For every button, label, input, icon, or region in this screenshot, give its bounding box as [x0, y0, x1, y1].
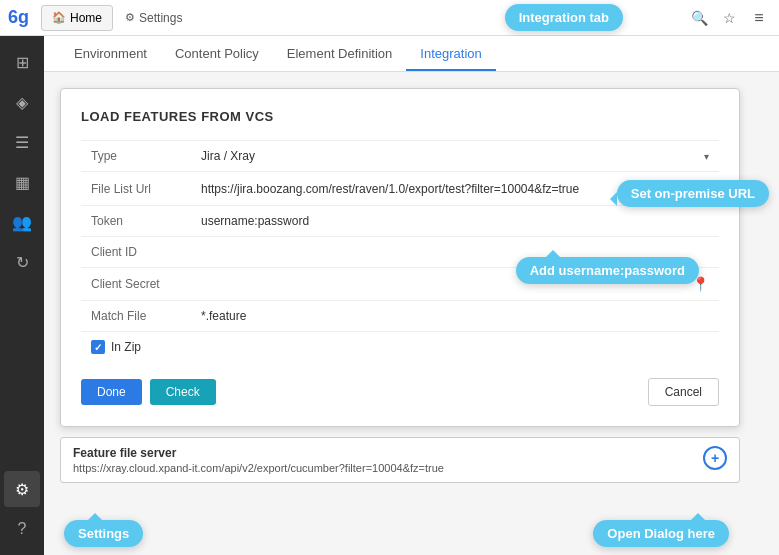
file-list-url-cell: https://jira.boozang.com/rest/raven/1.0/…	[191, 172, 719, 206]
file-list-url-row: File List Url https://jira.boozang.com/r…	[81, 172, 719, 206]
file-list-url-value[interactable]: https://jira.boozang.com/rest/raven/1.0/…	[201, 182, 579, 196]
feature-server-content: Feature file server https://xray.cloud.x…	[73, 446, 703, 474]
tab-integration[interactable]: Integration	[406, 38, 495, 71]
in-zip-row: In Zip	[81, 332, 719, 362]
home-tab[interactable]: 🏠 Home	[41, 5, 113, 31]
file-list-url-label: File List Url	[81, 172, 191, 206]
content-area: LOAD FEATURES FROM VCS Type Jira / Xray …	[44, 72, 779, 555]
tooltip-arrow-dialog	[691, 506, 705, 520]
copy-icon[interactable]: ⧉	[699, 180, 709, 197]
sidebar-item-list[interactable]: ☰	[4, 124, 40, 160]
feature-server-add-button[interactable]: +	[703, 446, 727, 470]
url-row: https://jira.boozang.com/rest/raven/1.0/…	[201, 180, 709, 197]
type-select[interactable]: Jira / Xray ▾	[201, 149, 709, 163]
sidebar-item-grid[interactable]: ⊞	[4, 44, 40, 80]
top-icons: 🔍 ☆ ≡	[687, 6, 771, 30]
home-icon: 🏠	[52, 11, 66, 24]
check-button[interactable]: Check	[150, 379, 216, 405]
match-file-row: Match File *.feature	[81, 301, 719, 332]
vcs-dialog: LOAD FEATURES FROM VCS Type Jira / Xray …	[60, 88, 740, 427]
done-button[interactable]: Done	[81, 379, 142, 405]
sidebar-item-refresh[interactable]: ↻	[4, 244, 40, 280]
match-file-value-cell[interactable]: *.feature	[191, 301, 719, 332]
feature-server-url: https://xray.cloud.xpand-it.com/api/v2/e…	[73, 462, 703, 474]
client-id-value-cell[interactable]	[191, 237, 719, 268]
form-table: Type Jira / Xray ▾ File List Url https:/…	[81, 140, 719, 332]
home-tab-label: Home	[70, 11, 102, 25]
tab-element-definition[interactable]: Element Definition	[273, 38, 407, 71]
type-select-text: Jira / Xray	[201, 149, 255, 163]
top-bar: 6g 🏠 Home ⚙ Settings Integration tab 🔍 ☆…	[0, 0, 779, 36]
breadcrumb-text: Settings	[139, 11, 182, 25]
client-secret-row-inner: 📍	[201, 276, 709, 292]
integration-tab-tooltip: Integration tab	[505, 4, 623, 31]
client-id-row: Client ID	[81, 237, 719, 268]
dialog-title: LOAD FEATURES FROM VCS	[81, 109, 719, 124]
token-row: Token username:password	[81, 206, 719, 237]
match-file-label: Match File	[81, 301, 191, 332]
in-zip-checkbox[interactable]	[91, 340, 105, 354]
star-button[interactable]: ☆	[717, 6, 741, 30]
client-id-label: Client ID	[81, 237, 191, 268]
pin-icon[interactable]: 📍	[692, 276, 709, 292]
integration-tooltip-container: Integration tab	[505, 4, 623, 31]
sidebar: ⊞ ◈ ☰ ▦ 👥 ↻ ⚙ ?	[0, 36, 44, 555]
token-label: Token	[81, 206, 191, 237]
token-value: username:password	[201, 214, 309, 228]
sidebar-item-users[interactable]: 👥	[4, 204, 40, 240]
in-zip-label: In Zip	[111, 340, 141, 354]
sub-nav: Environment Content Policy Element Defin…	[44, 36, 779, 72]
sidebar-item-help[interactable]: ?	[4, 511, 40, 547]
cancel-button[interactable]: Cancel	[648, 378, 719, 406]
type-value-cell[interactable]: Jira / Xray ▾	[191, 141, 719, 172]
token-value-cell[interactable]: username:password	[191, 206, 719, 237]
type-row: Type Jira / Xray ▾	[81, 141, 719, 172]
sidebar-item-table[interactable]: ▦	[4, 164, 40, 200]
tooltip-arrow-settings	[88, 506, 102, 520]
breadcrumb: ⚙ Settings	[117, 11, 501, 25]
sidebar-item-diamond[interactable]: ◈	[4, 84, 40, 120]
tab-content-policy[interactable]: Content Policy	[161, 38, 273, 71]
settings-tooltip: Settings	[64, 520, 143, 547]
client-secret-value-cell: 📍	[191, 268, 719, 301]
app-logo: 6g	[8, 7, 29, 28]
client-secret-label: Client Secret	[81, 268, 191, 301]
main-area: Environment Content Policy Element Defin…	[44, 36, 779, 555]
tab-environment[interactable]: Environment	[60, 38, 161, 71]
sidebar-item-settings[interactable]: ⚙	[4, 471, 40, 507]
feature-server-row: Feature file server https://xray.cloud.x…	[60, 437, 740, 483]
match-file-value: *.feature	[201, 309, 246, 323]
feature-server-title: Feature file server	[73, 446, 703, 460]
breadcrumb-gear-icon: ⚙	[125, 11, 135, 24]
open-dialog-tooltip: Open Dialog here	[593, 520, 729, 547]
chevron-down-icon: ▾	[704, 151, 709, 162]
menu-button[interactable]: ≡	[747, 6, 771, 30]
search-button[interactable]: 🔍	[687, 6, 711, 30]
button-row: Done Check Cancel	[81, 378, 719, 406]
client-secret-row: Client Secret 📍	[81, 268, 719, 301]
type-label: Type	[81, 141, 191, 172]
